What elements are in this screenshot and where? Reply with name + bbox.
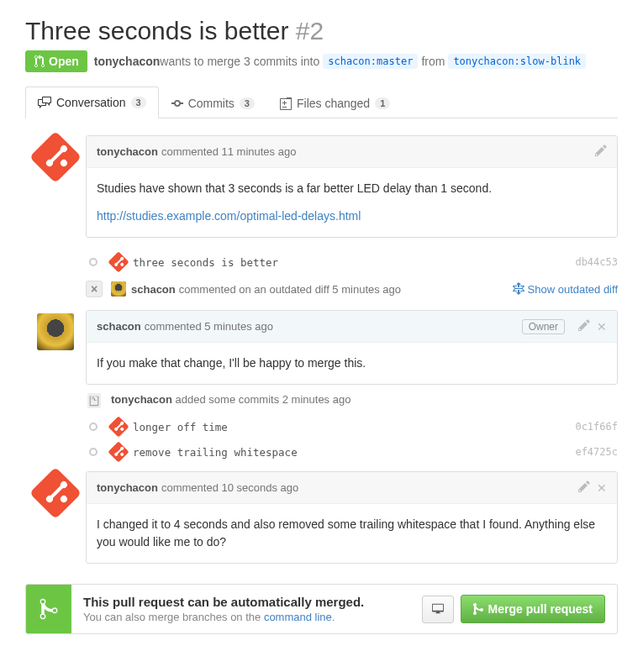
comment-1-link[interactable]: http://studies.example.com/optimal-led-d… [97,209,361,223]
merge-text-1: wants to merge 3 commits into [160,55,319,68]
base-branch[interactable]: schacon:master [323,54,418,69]
comment-1-body: Studies have shown that 3 seconds is a f… [97,180,607,197]
commit-1-msg[interactable]: three seconds is better [133,256,278,269]
pr-author[interactable]: tonychacon [94,55,161,68]
edit-icon[interactable] [595,144,607,160]
commit-dot-icon [89,448,98,456]
commit-dot-icon [89,258,98,266]
merge-text-2: from [421,55,445,68]
comment-3-meta: commented 10 seconds ago [161,481,298,494]
git-icon [108,416,129,437]
commit-3-msg[interactable]: remove trailing whitespace [133,446,298,459]
file-diff-icon [280,97,292,110]
merge-sub-suffix: . [332,611,335,623]
pr-tabs: Conversation 3 Commits 3 Files changed 1 [25,86,618,118]
avatar-schacon[interactable] [37,313,74,350]
pr-title: Three seconds is better #2 [25,17,618,45]
comment-2-meta: commented 5 minutes ago [145,320,273,333]
repo-push-icon [87,393,101,408]
avatar-tonychacon[interactable] [29,131,82,183]
desktop-icon [431,602,445,614]
head-branch[interactable]: tonychacon:slow-blink [448,54,586,69]
comment-1: tonychacon commented 11 minutes ago Stud… [86,135,618,238]
git-merge-icon [39,597,59,621]
comment-2-body: If you make that change, I'll be happy t… [97,354,607,372]
state-label: Open [49,55,79,68]
git-icon [108,251,129,272]
commit-2-sha[interactable]: 0c1f66f [575,421,618,433]
tab-conversation-count: 3 [131,97,146,108]
delete-icon[interactable]: ✕ [597,481,607,495]
comment-3: tonychacon commented 10 seconds ago ✕ I … [86,471,618,564]
pr-title-text: Three seconds is better [25,17,289,45]
show-outdated-link[interactable]: Show outdated diff [513,282,618,296]
merge-title: This pull request can be automatically m… [83,595,398,609]
push-author[interactable]: tonychacon [111,393,172,406]
comment-1-meta: commented 11 minutes ago [161,145,296,158]
git-pull-request-icon [34,55,45,68]
pr-number: #2 [296,17,324,45]
commit-dot-icon [89,423,98,431]
show-outdated-label: Show outdated diff [528,283,618,296]
tab-commits[interactable]: Commits 3 [159,87,267,118]
unfold-icon [513,282,524,296]
desktop-button[interactable] [422,596,454,623]
merge-status: This pull request can be automatically m… [25,584,618,634]
delete-icon[interactable]: ✕ [597,320,607,333]
command-line-link[interactable]: command line [264,611,332,623]
close-icon: × [86,281,103,297]
push-meta: added some commits 2 minutes ago [176,393,351,406]
commit-2-msg[interactable]: longer off time [133,421,228,433]
owner-badge: Owner [522,319,565,334]
git-icon [108,441,129,462]
git-merge-icon [473,602,483,616]
merge-button-label: Merge pull request [488,602,593,616]
avatar-schacon-small[interactable] [111,281,126,297]
outdated-meta: commented on an outdated diff 5 minutes … [179,283,401,296]
comment-discussion-icon [38,96,51,109]
tab-conversation[interactable]: Conversation 3 [25,87,159,118]
tab-commits-label: Commits [188,97,235,110]
tab-files[interactable]: Files changed 1 [267,87,403,118]
outdated-author[interactable]: schacon [131,283,176,296]
merge-sub-prefix: You can also merge branches on the [83,611,264,623]
git-commit-icon [171,97,183,110]
tab-commits-count: 3 [240,97,255,109]
tab-files-count: 1 [375,97,390,109]
comment-2-author[interactable]: schacon [97,320,141,333]
comment-3-body: I changed it to 4 seconds and also remov… [97,516,607,551]
comment-1-author[interactable]: tonychacon [97,145,158,158]
edit-icon[interactable] [578,480,590,496]
comment-3-author[interactable]: tonychacon [97,481,158,494]
merge-icon-box [26,585,71,633]
tab-files-label: Files changed [297,97,370,110]
comment-2: schacon commented 5 minutes ago Owner ✕ … [86,310,618,385]
commit-1-sha[interactable]: db44c53 [575,256,618,268]
avatar-tonychacon[interactable] [29,467,82,519]
commit-3-sha[interactable]: ef4725c [575,446,618,458]
tab-conversation-label: Conversation [56,96,126,109]
state-badge: Open [25,50,87,72]
merge-button[interactable]: Merge pull request [461,595,605,623]
edit-icon[interactable] [578,318,590,334]
